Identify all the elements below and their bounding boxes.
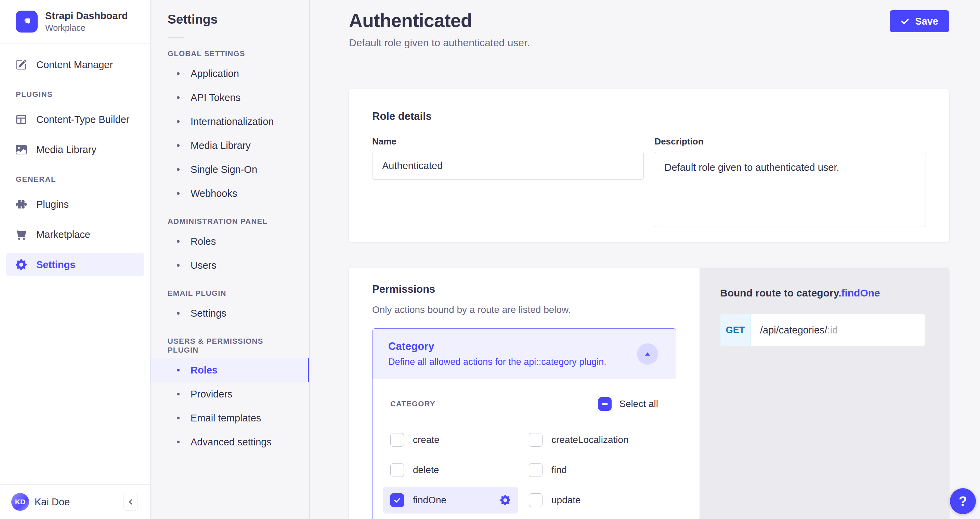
settings-subnav: Settings GLOBAL SETTINGS Application API… (151, 0, 310, 519)
bullet-icon (177, 240, 180, 243)
bullet-icon (177, 441, 180, 443)
collapse-accordion-button[interactable] (637, 343, 658, 365)
route-path: /api/categories/:id (751, 314, 838, 346)
select-all-label: Select all (619, 399, 658, 409)
findOne-checkbox[interactable] (390, 493, 404, 507)
image-icon (16, 144, 27, 155)
update-checkbox[interactable] (529, 493, 542, 507)
accordion-title: Category (388, 340, 606, 353)
nav-item-label: Content Manager (36, 59, 113, 70)
find-checkbox[interactable] (529, 463, 542, 477)
bullet-icon (177, 192, 180, 195)
nav-item-label: Content-Type Builder (36, 114, 129, 125)
subnav-item-up-advanced-settings[interactable]: Advanced settings (151, 430, 309, 454)
user-name: Kai Doe (35, 497, 124, 508)
save-button[interactable]: Save (890, 10, 949, 32)
category-accordion-header[interactable]: Category Define all allowed actions for … (372, 329, 676, 379)
chevron-up-icon (644, 350, 651, 358)
select-all-checkbox[interactable] (598, 397, 612, 411)
subnav-item-up-email-templates[interactable]: Email templates (151, 406, 309, 430)
chevron-left-icon (127, 498, 134, 506)
permission-update[interactable]: update (529, 487, 658, 514)
route-field: GET /api/categories/:id (720, 314, 925, 346)
check-icon (900, 17, 910, 26)
nav-item-label: Media Library (36, 144, 97, 155)
page-title: Authenticated (349, 10, 530, 32)
permissions-panel: Permissions Only actions bound by a rout… (349, 268, 700, 519)
nav-item-settings[interactable]: Settings (6, 253, 144, 276)
name-label: Name (372, 136, 644, 147)
pencil-square-icon (16, 59, 27, 70)
role-description-textarea[interactable]: Default role given to authenticated user… (655, 152, 926, 227)
permission-group-row: CATEGORY Select all (390, 397, 658, 411)
route-param: :id (827, 324, 838, 336)
cart-icon (16, 229, 27, 240)
bullet-icon (177, 393, 180, 395)
accordion-body: CATEGORY Select all create (372, 379, 676, 514)
subnav-item-api-tokens[interactable]: API Tokens (151, 86, 309, 110)
help-button[interactable]: ? (950, 488, 976, 514)
nav-item-media-library[interactable]: Media Library (6, 138, 144, 161)
findOne-settings-button[interactable] (500, 495, 510, 505)
bound-route-panel: Bound route to category.findOne GET /api… (700, 268, 949, 519)
group-label: CATEGORY (390, 399, 436, 409)
nav-item-content-type-builder[interactable]: Content-Type Builder (6, 108, 144, 131)
bullet-icon (177, 168, 180, 171)
nav-item-label: Settings (36, 259, 75, 270)
avatar[interactable]: KD (11, 493, 29, 511)
createLocalization-checkbox[interactable] (529, 433, 542, 447)
bullet-icon (177, 312, 180, 315)
subnav-section-global: GLOBAL SETTINGS (151, 49, 309, 58)
workspace-switcher[interactable]: Strapi Dashboard Workplace (0, 0, 150, 43)
page-header: Authenticated Default role given to auth… (349, 10, 949, 49)
subnav-item-single-sign-on[interactable]: Single Sign-On (151, 158, 309, 182)
subnav-section-admin-panel: ADMINISTRATION PANEL (151, 217, 309, 226)
permissions-grid: create createLocalization delete fi (390, 426, 658, 514)
permissions-subtitle: Only actions bound by a route are listed… (372, 304, 676, 315)
main-sidebar: Strapi Dashboard Workplace Content Manag… (0, 0, 151, 519)
bullet-icon (177, 144, 180, 147)
bound-route-action: .findOne (838, 287, 880, 299)
sidebar-collapse-button[interactable] (124, 493, 138, 511)
http-method-badge: GET (721, 314, 751, 346)
permission-createLocalization[interactable]: createLocalization (529, 426, 658, 453)
nav-section-plugins: PLUGINS (0, 90, 150, 99)
main-content: Authenticated Default role given to auth… (310, 0, 980, 519)
subnav-item-email-settings[interactable]: Settings (151, 301, 309, 325)
puzzle-icon (16, 199, 27, 210)
subnav-item-up-providers[interactable]: Providers (151, 382, 309, 406)
permission-delete[interactable]: delete (390, 457, 529, 483)
select-all-control[interactable]: Select all (598, 397, 658, 411)
sidebar-footer: KD Kai Doe (0, 484, 150, 519)
bullet-icon (177, 369, 180, 371)
subnav-item-application[interactable]: Application (151, 62, 309, 86)
nav-item-marketplace[interactable]: Marketplace (6, 223, 144, 246)
permission-find[interactable]: find (529, 457, 658, 483)
nav-item-label: Plugins (36, 199, 69, 210)
gear-icon (16, 259, 27, 270)
subnav-item-media-library[interactable]: Media Library (151, 134, 309, 158)
nav-section-general: GENERAL (0, 175, 150, 184)
role-details-card: Role details Name Description Default ro… (349, 89, 949, 242)
bullet-icon (177, 96, 180, 99)
create-checkbox[interactable] (390, 433, 404, 447)
layout-icon (16, 114, 27, 125)
accordion-subtitle: Define all allowed actions for the api::… (388, 357, 606, 367)
role-name-input[interactable] (372, 152, 644, 180)
subnav-item-admin-roles[interactable]: Roles (151, 229, 309, 253)
nav-item-label: Marketplace (36, 229, 90, 240)
delete-checkbox[interactable] (390, 463, 404, 477)
bound-route-title: Bound route to category.findOne (720, 287, 925, 299)
subnav-item-up-roles[interactable]: Roles (151, 358, 309, 382)
permission-create[interactable]: create (390, 426, 529, 453)
subnav-title: Settings (151, 12, 309, 27)
category-accordion: Category Define all allowed actions for … (372, 328, 676, 519)
nav-item-content-manager[interactable]: Content Manager (6, 53, 144, 76)
strapi-logo-icon (16, 11, 38, 32)
subnav-item-admin-users[interactable]: Users (151, 253, 309, 277)
divider (168, 37, 184, 38)
nav-item-plugins[interactable]: Plugins (6, 193, 144, 216)
permission-findOne[interactable]: findOne (383, 487, 518, 514)
subnav-item-internationalization[interactable]: Internationalization (151, 110, 309, 134)
subnav-item-webhooks[interactable]: Webhooks (151, 182, 309, 205)
